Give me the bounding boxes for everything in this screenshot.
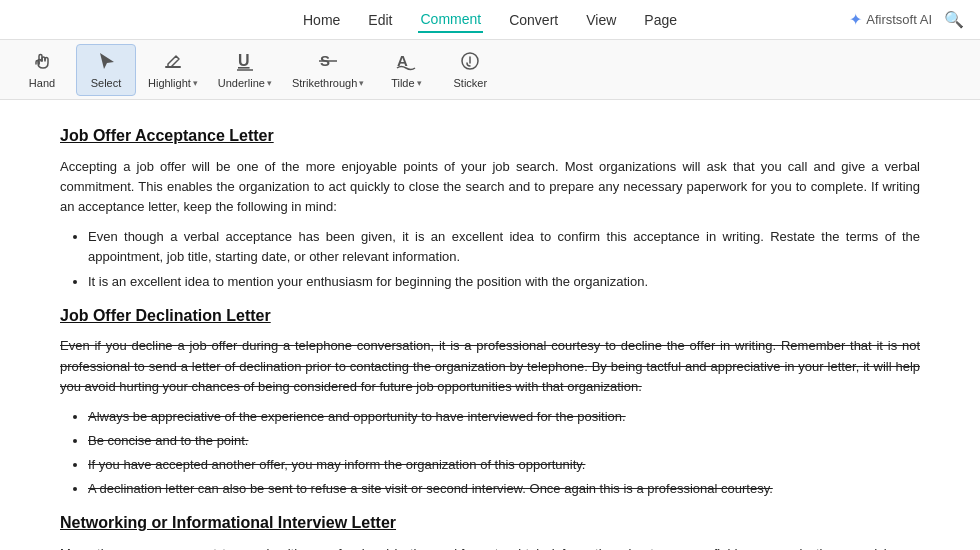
tool-underline[interactable]: UUnderline▾ [210,44,280,96]
brand-label: Afirstsoft AI [866,12,932,27]
document-area: Job Offer Acceptance LetterAccepting a j… [0,100,980,550]
chevron-down-icon: ▾ [267,78,272,88]
tool-tilde[interactable]: ATilde▾ [376,44,436,96]
chevron-down-icon: ▾ [193,78,198,88]
paragraph: Accepting a job offer will be one of the… [60,157,920,217]
menu-right: ✦ Afirstsoft AI 🔍 [849,10,964,29]
hand-icon [31,50,53,75]
menu-item-comment[interactable]: Comment [418,7,483,33]
menu-item-convert[interactable]: Convert [507,8,560,32]
list-item: Be concise and to the point. [88,431,920,451]
search-icon[interactable]: 🔍 [944,10,964,29]
tool-label-underline: Underline [218,77,265,89]
strikethrough-icon: S [317,50,339,75]
list-item: Always be appreciative of the experience… [88,407,920,427]
section-heading-networking-informational: Networking or Informational Interview Le… [60,511,920,536]
highlight-icon [162,50,184,75]
tool-label-strikethrough: Strikethrough [292,77,357,89]
bullet-list: Always be appreciative of the experience… [88,407,920,500]
document-content: Job Offer Acceptance LetterAccepting a j… [60,124,920,550]
list-item: If you have accepted another offer, you … [88,455,920,475]
section-networking-informational: Networking or Informational Interview Le… [60,511,920,550]
ai-brand: ✦ Afirstsoft AI [849,10,932,29]
menu-item-view[interactable]: View [584,8,618,32]
menu-item-edit[interactable]: Edit [366,8,394,32]
select-icon [95,50,117,75]
tilde-icon: A [395,50,417,75]
bullet-list: Even though a verbal acceptance has been… [88,227,920,291]
section-heading-job-offer-acceptance: Job Offer Acceptance Letter [60,124,920,149]
underline-icon: U [234,50,256,75]
menu-bar: HomeEditCommentConvertViewPage ✦ Afirsts… [0,0,980,40]
tool-label-tilde: Tilde [391,77,414,89]
tool-sticker[interactable]: Sticker [440,44,500,96]
list-item: Even though a verbal acceptance has been… [88,227,920,267]
tool-select[interactable]: Select [76,44,136,96]
chevron-down-icon: ▾ [359,78,364,88]
tool-label-highlight: Highlight [148,77,191,89]
tool-strikethrough[interactable]: SStrikethrough▾ [284,44,372,96]
toolbar: HandSelectHighlight▾UUnderline▾SStriketh… [0,40,980,100]
section-job-offer-acceptance: Job Offer Acceptance LetterAccepting a j… [60,124,920,292]
chevron-down-icon: ▾ [417,78,422,88]
tool-label-hand: Hand [29,77,55,89]
section-job-offer-declination: Job Offer Declination LetterEven if you … [60,304,920,500]
tool-highlight[interactable]: Highlight▾ [140,44,206,96]
tool-hand[interactable]: Hand [12,44,72,96]
section-heading-job-offer-declination: Job Offer Declination Letter [60,304,920,329]
paragraph: Many times you may want to speak with a … [60,544,920,550]
tool-label-select: Select [91,77,122,89]
sticker-icon [459,50,481,75]
ai-star-icon: ✦ [849,10,862,29]
tool-label-sticker: Sticker [454,77,488,89]
list-item: A declination letter can also be sent to… [88,479,920,499]
menu-item-page[interactable]: Page [642,8,679,32]
list-item: It is an excellent idea to mention your … [88,272,920,292]
paragraph: Even if you decline a job offer during a… [60,336,920,396]
menu-item-home[interactable]: Home [301,8,342,32]
svg-text:U: U [238,52,250,69]
